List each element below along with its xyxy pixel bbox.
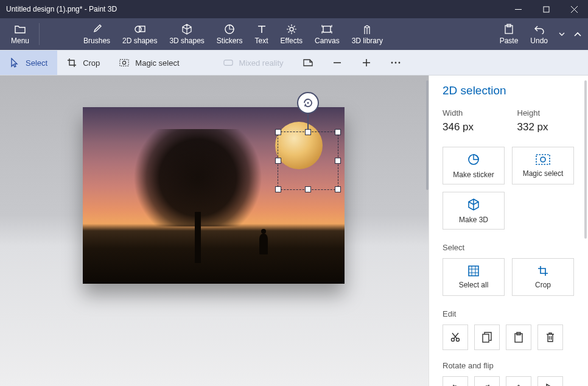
- magic-select-label: Magic select: [135, 58, 179, 68]
- zoom-out-button[interactable]: [323, 51, 352, 75]
- width-label: Width: [443, 108, 505, 118]
- canvas-area[interactable]: [0, 75, 429, 386]
- make-sticker-label: Make sticker: [453, 170, 494, 179]
- select-heading: Select: [443, 243, 579, 252]
- more-button[interactable]: [381, 51, 410, 75]
- resize-handle-t[interactable]: [305, 129, 311, 135]
- rotate-handle[interactable]: [297, 92, 319, 114]
- undo-label: Undo: [530, 37, 548, 45]
- effects-button[interactable]: Effects: [275, 18, 309, 50]
- shapes3d-label: 3D shapes: [169, 37, 204, 45]
- rotate-left-button[interactable]: [443, 376, 468, 386]
- zoom-in-button[interactable]: [352, 51, 381, 75]
- library-icon: [361, 23, 373, 35]
- resize-handle-br[interactable]: [335, 186, 341, 192]
- rotate-row: [443, 376, 579, 386]
- svg-point-7: [290, 27, 293, 31]
- delete-button[interactable]: [537, 325, 563, 350]
- spacer: [41, 18, 77, 50]
- select-all-button[interactable]: Select all: [443, 258, 505, 296]
- resize-handle-b[interactable]: [305, 186, 311, 192]
- text-button[interactable]: Text: [249, 18, 275, 50]
- paste-button[interactable]: [506, 325, 531, 350]
- flip-horizontal-button[interactable]: [506, 376, 531, 386]
- select-label: Select: [26, 58, 47, 68]
- select-all-icon: [468, 265, 479, 278]
- svg-point-18: [394, 62, 396, 64]
- text-icon: [257, 23, 267, 35]
- svg-point-25: [452, 339, 455, 342]
- stickers-button[interactable]: Stickers: [211, 18, 249, 50]
- crop-icon: [67, 58, 77, 68]
- crop-icon: [537, 265, 548, 278]
- title-bar: Untitled design (1).png* - Paint 3D: [0, 0, 588, 18]
- resize-handle-tl[interactable]: [275, 129, 281, 135]
- divider: [39, 23, 40, 45]
- select-all-label: Select all: [459, 281, 489, 289]
- mixed-reality-label: Mixed reality: [239, 58, 284, 68]
- flip-vertical-button[interactable]: [537, 376, 563, 386]
- paste-label: Paste: [500, 37, 519, 45]
- svg-rect-8: [323, 26, 331, 32]
- undo-button[interactable]: Undo: [524, 18, 554, 50]
- resize-handle-tr[interactable]: [335, 129, 341, 135]
- resize-handle-l[interactable]: [275, 158, 281, 164]
- shapes3d-button[interactable]: 3D shapes: [163, 18, 210, 50]
- make-sticker-button[interactable]: Make sticker: [443, 147, 505, 184]
- selection-bounding-box[interactable]: [278, 132, 338, 190]
- tools-toolbar: Select Crop Magic select Mixed reality: [0, 50, 588, 75]
- cube-icon: [181, 23, 192, 35]
- make-3d-label: Make 3D: [459, 216, 488, 224]
- mixed-reality-tool: Mixed reality: [214, 51, 293, 75]
- brushes-button[interactable]: Brushes: [77, 18, 116, 50]
- edit-row: [443, 325, 579, 350]
- shapes2d-button[interactable]: 2D shapes: [116, 18, 163, 50]
- magic-select-button[interactable]: Magic select: [512, 147, 574, 184]
- view3d-toggle[interactable]: [293, 51, 323, 75]
- tree-silhouette: [128, 129, 268, 263]
- copy-button[interactable]: [474, 325, 500, 350]
- mixed-reality-icon: [223, 58, 233, 68]
- svg-rect-11: [120, 60, 128, 66]
- magic-select-tool[interactable]: Magic select: [110, 51, 189, 75]
- magic-select-label: Magic select: [523, 169, 564, 178]
- rotate-right-button[interactable]: [474, 376, 500, 386]
- sticker-icon: [224, 23, 235, 35]
- cube-icon: [467, 198, 480, 213]
- magic-select-icon: [536, 154, 550, 167]
- select-tool[interactable]: Select: [0, 51, 57, 75]
- action-grid: Make sticker Magic select Make 3D: [443, 147, 579, 230]
- window-title: Untitled design (1).png* - Paint 3D: [6, 5, 504, 13]
- minimize-button[interactable]: [504, 0, 532, 18]
- resize-handle-r[interactable]: [335, 158, 341, 164]
- panel-scrollbar[interactable]: [584, 80, 587, 239]
- cut-button[interactable]: [443, 325, 468, 350]
- side-panel: 2D selection Width 346 px Height 332 px …: [429, 75, 588, 386]
- maximize-button[interactable]: [532, 0, 560, 18]
- canvas-button[interactable]: Canvas: [309, 18, 346, 50]
- svg-rect-1: [544, 7, 549, 12]
- svg-point-20: [307, 102, 309, 104]
- paste-button[interactable]: Paste: [494, 18, 525, 50]
- make-3d-button[interactable]: Make 3D: [443, 192, 505, 230]
- height-label: Height: [517, 108, 580, 118]
- select-grid: Select all Crop: [443, 258, 579, 296]
- spacer: [189, 51, 214, 75]
- history-dropdown[interactable]: [554, 18, 570, 50]
- library3d-button[interactable]: 3D library: [346, 18, 389, 50]
- effects-label: Effects: [281, 37, 303, 45]
- edit-heading: Edit: [443, 309, 579, 318]
- brush-icon: [91, 23, 102, 35]
- svg-point-19: [398, 62, 400, 64]
- library3d-label: 3D library: [352, 37, 383, 45]
- close-button[interactable]: [560, 0, 588, 18]
- crop-tool[interactable]: Crop: [57, 51, 110, 75]
- svg-rect-13: [223, 60, 232, 66]
- resize-handle-bl[interactable]: [275, 186, 281, 192]
- collapse-ribbon-button[interactable]: [570, 18, 586, 50]
- svg-rect-27: [483, 334, 489, 342]
- menu-button[interactable]: Menu: [2, 18, 38, 50]
- window-controls: [504, 0, 588, 18]
- crop-button[interactable]: Crop: [512, 258, 574, 296]
- ribbon: Menu Brushes 2D shapes 3D shapes Sticker…: [0, 18, 588, 50]
